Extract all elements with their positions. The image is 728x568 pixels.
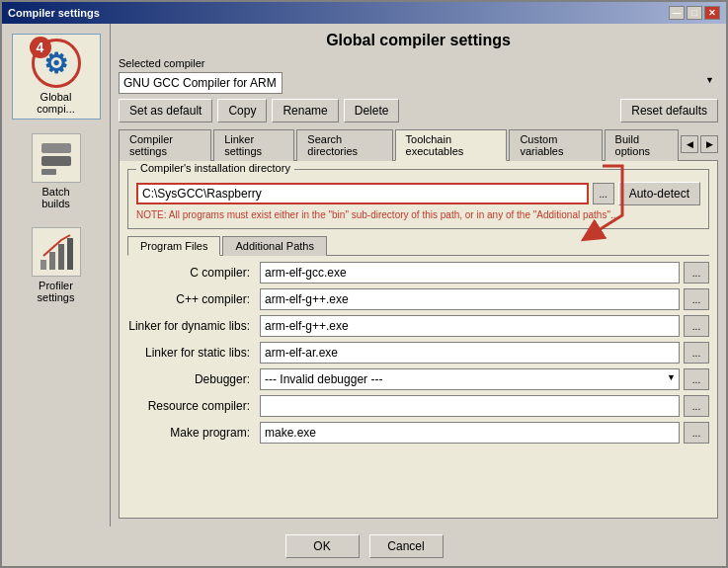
svg-rect-3 — [40, 260, 46, 270]
install-dir-row: ... Auto-detect — [136, 182, 700, 205]
title-bar-controls: — □ ✕ — [669, 6, 720, 20]
cpp-compiler-label: C++ compiler: — [127, 292, 256, 306]
settings-panel-wrapper: Compiler's installation directory ... Au… — [119, 161, 718, 519]
minimize-button[interactable]: — — [669, 6, 685, 20]
make-label: Make program: — [127, 426, 256, 440]
auto-detect-button[interactable]: Auto-detect — [618, 182, 700, 205]
linker-dynamic-input[interactable] — [260, 315, 680, 337]
global-compiler-icon: 4 ⚙ — [32, 39, 81, 88]
sub-tabs-row: Program Files Additional Paths — [127, 235, 709, 256]
fields-area: C compiler: ... C++ compiler: ... Linker… — [127, 262, 709, 510]
debugger-browse[interactable]: ... — [684, 368, 709, 390]
main-title: Global compiler settings — [119, 32, 718, 49]
tab-build-options[interactable]: Build options — [605, 129, 679, 161]
install-dir-legend: Compiler's installation directory — [136, 162, 294, 174]
settings-panel: Compiler's installation directory ... Au… — [119, 161, 718, 519]
install-dir-note: NOTE: All programs must exist either in … — [136, 209, 700, 220]
debugger-select-wrapper: --- Invalid debugger --- — [260, 368, 680, 390]
debugger-label: Debugger: — [127, 372, 256, 386]
c-compiler-browse[interactable]: ... — [684, 262, 709, 284]
copy-button[interactable]: Copy — [217, 99, 267, 122]
content-area: 4 ⚙ Globalcompi... Batchbuilds — [2, 24, 726, 527]
linker-static-input[interactable] — [260, 342, 680, 364]
tab-nav-left[interactable]: ◀ — [681, 135, 698, 153]
delete-button[interactable]: Delete — [344, 99, 400, 122]
tab-custom-variables[interactable]: Custom variables — [509, 129, 602, 161]
sidebar-item-batch[interactable]: Batchbuilds — [12, 129, 101, 213]
rename-button[interactable]: Rename — [272, 99, 338, 122]
browse-dir-button[interactable]: ... — [593, 183, 614, 204]
sidebar-item-global[interactable]: 4 ⚙ Globalcompi... — [12, 34, 101, 120]
tab-nav-buttons: ◀ ▶ — [681, 128, 718, 160]
compiler-btn-row: Set as default Copy Rename Delete Reset … — [119, 99, 718, 122]
main-window: Compiler settings — □ ✕ 4 ⚙ Globalcompi.… — [0, 0, 728, 568]
reset-defaults-button[interactable]: Reset defaults — [620, 99, 718, 122]
field-row-c-compiler: C compiler: ... — [127, 262, 709, 284]
badge-4: 4 — [30, 37, 51, 58]
tab-nav-right[interactable]: ▶ — [700, 135, 718, 153]
cpp-compiler-input[interactable] — [260, 288, 680, 310]
cpp-compiler-browse[interactable]: ... — [684, 288, 709, 310]
sidebar-profiler-label: Profilersettings — [38, 280, 75, 303]
close-button[interactable]: ✕ — [704, 6, 720, 20]
linker-dynamic-browse[interactable]: ... — [684, 315, 709, 337]
tab-compiler-settings[interactable]: Compiler settings — [119, 129, 211, 161]
sidebar-global-label: Globalcompi... — [37, 91, 75, 115]
sub-tab-program-files[interactable]: Program Files — [127, 236, 220, 256]
compiler-select-wrapper: GNU GCC Compiler for ARM — [119, 72, 718, 94]
c-compiler-input[interactable] — [260, 262, 680, 284]
field-row-linker-static: Linker for static libs: ... — [127, 342, 709, 364]
field-row-resource-compiler: Resource compiler: ... — [127, 395, 709, 417]
field-row-make: Make program: ... — [127, 422, 709, 444]
make-browse[interactable]: ... — [684, 422, 709, 444]
svg-rect-5 — [58, 244, 64, 270]
install-dir-group: Compiler's installation directory ... Au… — [127, 169, 709, 229]
window-title: Compiler settings — [8, 7, 100, 19]
tab-linker-settings[interactable]: Linker settings — [213, 129, 294, 161]
sub-tab-additional-paths[interactable]: Additional Paths — [222, 236, 327, 256]
svg-rect-1 — [41, 156, 71, 166]
debugger-select[interactable]: --- Invalid debugger --- — [260, 368, 680, 390]
field-row-linker-dynamic: Linker for dynamic libs: ... — [127, 315, 709, 337]
resource-compiler-label: Resource compiler: — [127, 399, 256, 413]
svg-rect-0 — [41, 143, 71, 153]
title-bar: Compiler settings — □ ✕ — [2, 2, 726, 24]
set-default-button[interactable]: Set as default — [119, 99, 212, 122]
compiler-row: GNU GCC Compiler for ARM — [119, 72, 718, 94]
compiler-select[interactable]: GNU GCC Compiler for ARM — [119, 72, 283, 94]
sidebar-item-profiler[interactable]: Profilersettings — [12, 223, 101, 307]
sidebar-batch-label: Batchbuilds — [41, 186, 70, 209]
svg-rect-6 — [67, 238, 73, 270]
linker-static-label: Linker for static libs: — [127, 346, 256, 360]
cancel-button[interactable]: Cancel — [369, 534, 444, 558]
batch-icon — [32, 133, 81, 183]
main-tabs-row: Compiler settings Linker settings Search… — [119, 128, 718, 161]
tab-toolchain-executables[interactable]: Toolchain executables — [395, 129, 508, 161]
main-panel: Global compiler settings Selected compil… — [111, 24, 726, 527]
svg-rect-2 — [41, 169, 56, 175]
svg-rect-4 — [49, 252, 55, 270]
make-input[interactable] — [260, 422, 680, 444]
resource-compiler-input[interactable] — [260, 395, 680, 417]
field-row-cpp-compiler: C++ compiler: ... — [127, 288, 709, 310]
resource-compiler-browse[interactable]: ... — [684, 395, 709, 417]
install-dir-input[interactable] — [136, 183, 589, 204]
tab-search-directories[interactable]: Search directories — [296, 129, 392, 161]
profiler-icon — [32, 227, 81, 277]
selected-compiler-label: Selected compiler — [119, 57, 718, 69]
c-compiler-label: C compiler: — [127, 266, 256, 280]
sidebar: 4 ⚙ Globalcompi... Batchbuilds — [2, 24, 111, 527]
maximize-button[interactable]: □ — [687, 6, 702, 20]
bottom-bar: OK Cancel — [2, 527, 726, 566]
ok-button[interactable]: OK — [285, 534, 360, 558]
linker-dynamic-label: Linker for dynamic libs: — [127, 319, 256, 333]
linker-static-browse[interactable]: ... — [684, 342, 709, 364]
field-row-debugger: Debugger: --- Invalid debugger --- ... — [127, 368, 709, 390]
